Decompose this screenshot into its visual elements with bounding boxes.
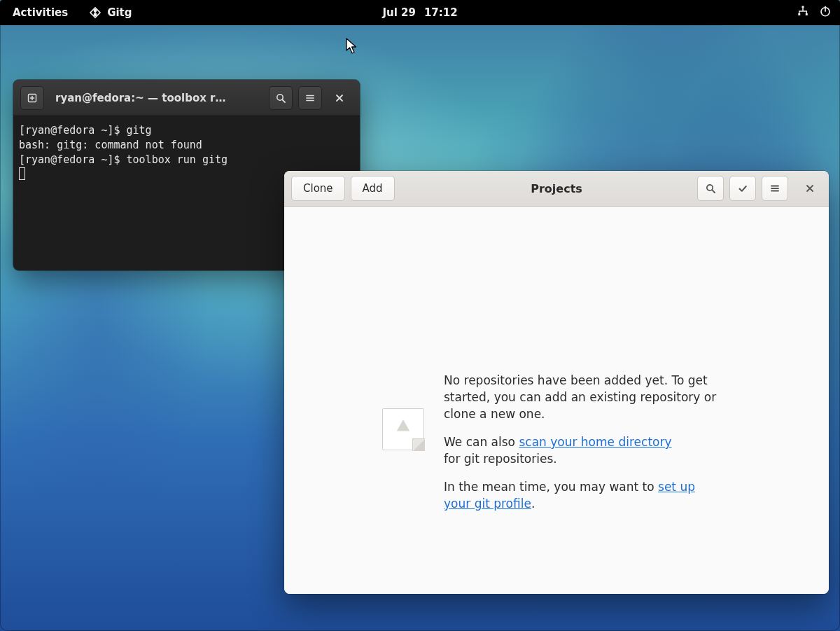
gitg-empty-p2b: for git repositories. [444,452,557,466]
gitg-close-button[interactable] [798,176,822,200]
terminal-titlebar[interactable]: ryan@fedora:~ — toolbox r… [13,80,360,116]
gitg-app-icon [89,6,102,19]
gitg-empty-p3b: . [531,497,535,511]
desktop-wallpaper: Activities Gitg Jul 29 17:12 [0,0,840,631]
terminal-search-button[interactable] [269,86,293,110]
terminal-line: bash: gitg: command not found [19,139,202,151]
gitg-window[interactable]: Clone Add Projects [284,171,829,594]
clock[interactable]: Jul 29 17:12 [382,6,457,19]
terminal-line: [ryan@fedora ~]$ gitg [19,124,152,137]
empty-file-icon [382,408,424,450]
terminal-menu-button[interactable] [298,86,322,110]
terminal-title: ryan@fedora:~ — toolbox r… [55,92,258,104]
terminal-close-button[interactable] [328,86,351,110]
system-status-area[interactable] [797,5,832,20]
gitg-select-button[interactable] [729,176,756,201]
activities-button[interactable]: Activities [8,6,72,19]
gitg-search-button[interactable] [697,176,724,201]
svg-point-0 [94,9,97,11]
gitg-empty-p1: No repositories have been added yet. To … [444,372,745,422]
clone-button[interactable]: Clone [291,176,345,201]
svg-point-1 [94,13,97,15]
gitg-menu-button[interactable] [762,176,788,201]
new-tab-button[interactable] [20,86,44,110]
app-menu-label: Gitg [107,6,132,19]
gitg-empty-p3a: In the mean time, you may want to [444,480,658,494]
svg-rect-4 [806,13,808,15]
clock-date: Jul 29 [382,6,416,19]
app-menu[interactable]: Gitg [89,6,132,19]
svg-rect-2 [802,6,804,8]
svg-rect-3 [798,13,800,15]
clock-time: 17:12 [424,6,458,19]
network-icon [797,5,809,20]
gitg-titlebar[interactable]: Clone Add Projects [284,171,829,207]
terminal-line: [ryan@fedora ~]$ toolbox run gitg [19,153,227,166]
scan-home-link[interactable]: scan your home directory [519,435,671,449]
gnome-top-bar: Activities Gitg Jul 29 17:12 [0,0,840,25]
gitg-empty-p2a: We can also [444,435,519,449]
gitg-body: No repositories have been added yet. To … [284,207,829,594]
terminal-cursor [19,167,25,180]
add-button[interactable]: Add [351,176,395,201]
mouse-cursor-icon [346,38,358,57]
gitg-empty-state: No repositories have been added yet. To … [382,372,794,523]
gitg-title: Projects [531,182,582,195]
power-icon [819,5,832,20]
